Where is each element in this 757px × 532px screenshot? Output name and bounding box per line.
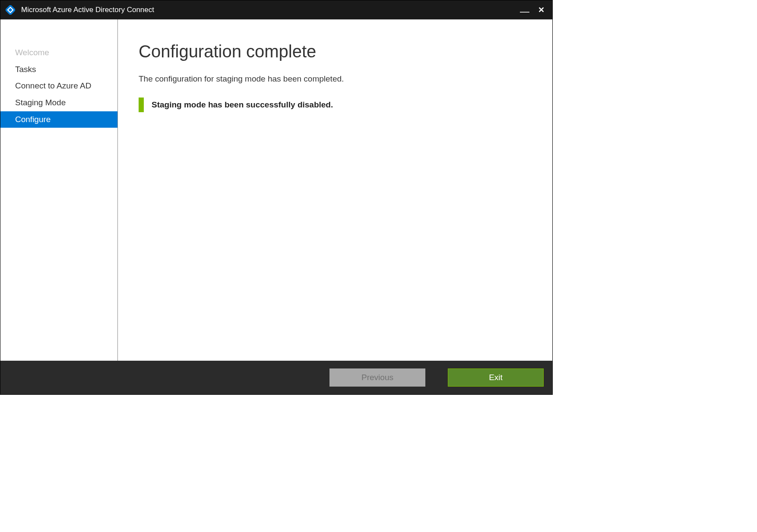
status-indicator-bar — [139, 98, 144, 112]
sidebar-item-tasks[interactable]: Tasks — [0, 61, 117, 78]
window-title: Microsoft Azure Active Directory Connect — [21, 6, 520, 14]
status-message: Staging mode has been successfully disab… — [144, 98, 333, 112]
titlebar: Microsoft Azure Active Directory Connect… — [0, 0, 552, 19]
body-area: Welcome Tasks Connect to Azure AD Stagin… — [0, 19, 552, 361]
window-controls: — ✕ — [520, 5, 548, 15]
sidebar-item-connect-azure-ad[interactable]: Connect to Azure AD — [0, 78, 117, 94]
sidebar-item-staging-mode[interactable]: Staging Mode — [0, 94, 117, 111]
footer: Previous Exit — [0, 361, 552, 394]
page-subtext: The configuration for staging mode has b… — [139, 74, 532, 84]
app-window: Microsoft Azure Active Directory Connect… — [0, 0, 553, 395]
main-content: Configuration complete The configuration… — [118, 19, 552, 361]
close-button[interactable]: ✕ — [538, 5, 545, 15]
sidebar-item-welcome[interactable]: Welcome — [0, 44, 117, 61]
exit-button[interactable]: Exit — [448, 368, 544, 387]
status-block: Staging mode has been successfully disab… — [139, 98, 532, 112]
minimize-button[interactable]: — — [520, 7, 529, 16]
previous-button: Previous — [329, 368, 425, 387]
azure-ad-connect-icon — [6, 5, 15, 15]
sidebar-item-configure[interactable]: Configure — [0, 111, 117, 128]
page-heading: Configuration complete — [139, 42, 532, 61]
sidebar: Welcome Tasks Connect to Azure AD Stagin… — [0, 19, 118, 361]
